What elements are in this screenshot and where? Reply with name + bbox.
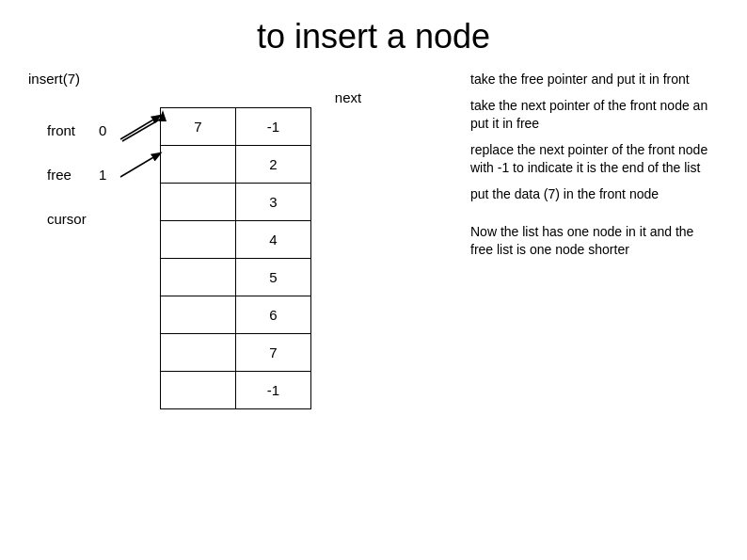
table-row: 2 [161,146,311,184]
svg-line-2 [120,116,160,139]
cell-next-5: 6 [236,296,311,334]
svg-line-3 [120,153,160,177]
free-label: free [47,167,99,183]
cell-data-2 [161,184,236,221]
table-row: 6 [161,296,311,334]
free-value: 1 [99,167,122,183]
cell-data-6 [161,334,236,372]
desc-4: put the data (7) in the front node [470,185,719,204]
cell-next-6: 7 [236,334,311,372]
page-title: to insert a node [0,0,747,66]
cell-data-7 [161,372,236,409]
desc-3: replace the next pointer of the front no… [470,141,719,178]
front-value: 0 [99,122,122,138]
cell-next-1: 2 [236,146,311,184]
cell-data-5 [161,296,236,334]
cell-data-1 [161,146,236,184]
table-row: -1 [161,372,311,409]
table-row: 7 [161,334,311,372]
cell-next-7: -1 [236,372,311,409]
table-row: 4 [161,221,311,259]
desc-1: take the free pointer and put it in fron… [470,71,719,89]
svg-line-0 [122,118,163,141]
table-row: 3 [161,184,311,221]
cell-next-0: -1 [236,108,311,146]
insert-label: insert(7) [28,71,80,87]
descriptions-panel: take the free pointer and put it in fron… [461,71,719,409]
desc-2: take the next pointer of the front node … [470,97,719,134]
cell-next-2: 3 [236,184,311,221]
desc-5: Now the list has one node in it and the … [470,223,719,260]
next-header: next [235,89,461,105]
table-row: 5 [161,259,311,296]
cell-next-4: 5 [236,259,311,296]
table-row: 7-1 [161,108,311,146]
data-table: 7-1234567-1 [160,107,311,409]
cell-next-3: 4 [236,221,311,259]
cell-data-4 [161,259,236,296]
cell-data-0: 7 [161,108,236,146]
cursor-label: cursor [47,211,99,227]
cell-data-3 [161,221,236,259]
front-label: front [47,122,99,138]
